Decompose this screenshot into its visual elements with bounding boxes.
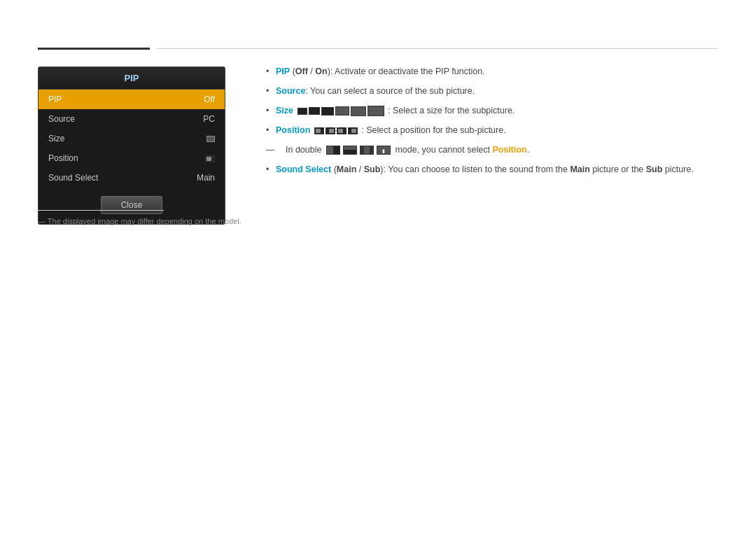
source-term: Source [276, 86, 305, 96]
size-icon-6 [368, 106, 384, 116]
pos-icon-tl [314, 127, 324, 134]
size-icon-2 [309, 107, 320, 115]
pip-slash: / [308, 66, 315, 76]
dbl-icon-4: ▮ [377, 146, 391, 155]
pip-panel-title: PIP [38, 67, 225, 90]
top-rule-right [157, 48, 718, 49]
pip-menu-item-position[interactable]: Position [38, 148, 225, 168]
bullet-source: Source: You can select a source of the s… [266, 81, 718, 101]
sound-rest-1: : You can choose to listen to the sound … [384, 164, 570, 174]
pip-rest: ): Activate or deactivate the PIP functi… [328, 66, 485, 76]
bottom-rule [38, 210, 164, 211]
pip-item-label: PIP [48, 94, 62, 104]
bullet-pip: PIP (Off / On): Activate or deactivate t… [266, 62, 718, 81]
size-icon-1 [298, 108, 307, 115]
pos-icon-bl [337, 127, 346, 134]
sound-rest-2: picture or the [590, 164, 646, 174]
size-item-label: Size [48, 134, 64, 143]
pip-off: Off [295, 66, 308, 76]
bullet-position-note: In double ▮ mode, you cannot select Posi… [266, 140, 718, 160]
double-rest: mode, you cannot select [395, 145, 492, 155]
sound-slash: / [356, 164, 363, 174]
double-icons: ▮ [326, 146, 391, 155]
dbl-icon-2 [343, 146, 357, 155]
description-list: PIP (Off / On): Activate or deactivate t… [266, 62, 718, 179]
pip-menu-item-pip[interactable]: PIP Off [38, 90, 225, 109]
pos-icon-br [348, 127, 358, 134]
pos-icon-tr [326, 127, 335, 134]
bullet-size: Size : Select a size for the subpicture. [266, 101, 718, 120]
right-content: PIP (Off / On): Activate or deactivate t… [266, 62, 718, 179]
source-rest: : You can select a source of the sub pic… [305, 86, 475, 96]
size-icons [298, 106, 384, 116]
close-button[interactable]: Close [101, 196, 163, 214]
sound-main-bold: Main [570, 164, 589, 174]
position-item-value [205, 153, 215, 163]
size-term: Size [276, 106, 293, 115]
pip-term: PIP [276, 66, 290, 76]
pip-on: On [315, 66, 327, 76]
position-icon [205, 155, 215, 162]
dbl-icon-1 [326, 146, 340, 155]
sound-rest-3: picture. [662, 164, 693, 174]
pip-panel: PIP PIP Off Source PC Size Position Soun… [38, 66, 225, 225]
position-item-label: Position [48, 153, 78, 163]
double-period: . [527, 145, 529, 155]
size-rest: : Select a size for the subpicture. [388, 106, 514, 115]
double-prefix: In double [286, 145, 324, 155]
size-item-value [206, 134, 215, 143]
size-icon-4 [335, 106, 349, 115]
sound-sub-term: Sub [364, 164, 381, 174]
pip-menu-item-source[interactable]: Source PC [38, 109, 225, 129]
sound-sub-bold: Sub [646, 164, 663, 174]
pip-item-value: Off [204, 94, 215, 104]
sound-select-value: Main [197, 173, 215, 183]
pip-menu-item-size[interactable]: Size [38, 129, 225, 148]
size-icon-5 [351, 106, 366, 116]
size-icon-3 [321, 107, 334, 115]
sound-select-label: Sound Select [48, 173, 98, 183]
dbl-icon-3 [360, 146, 374, 155]
top-rule-container [38, 48, 718, 50]
sound-main-term: Main [337, 164, 356, 174]
bullet-sound-select: Sound Select (Main / Sub): You can choos… [266, 160, 718, 179]
sound-select-term: Sound Select [276, 164, 331, 174]
source-item-value: PC [203, 114, 215, 124]
position-rest: : Select a position for the sub-picture. [361, 125, 505, 135]
top-rule-left [38, 48, 150, 50]
pip-menu-item-sound-select[interactable]: Sound Select Main [38, 168, 225, 188]
position-term: Position [276, 125, 310, 135]
bullet-position: Position : Select a position for the sub… [266, 120, 718, 140]
source-item-label: Source [48, 114, 75, 124]
note-text: ― The displayed image may differ dependi… [38, 217, 241, 225]
position-icons [314, 127, 358, 134]
position-bold-orange: Position [492, 145, 526, 155]
